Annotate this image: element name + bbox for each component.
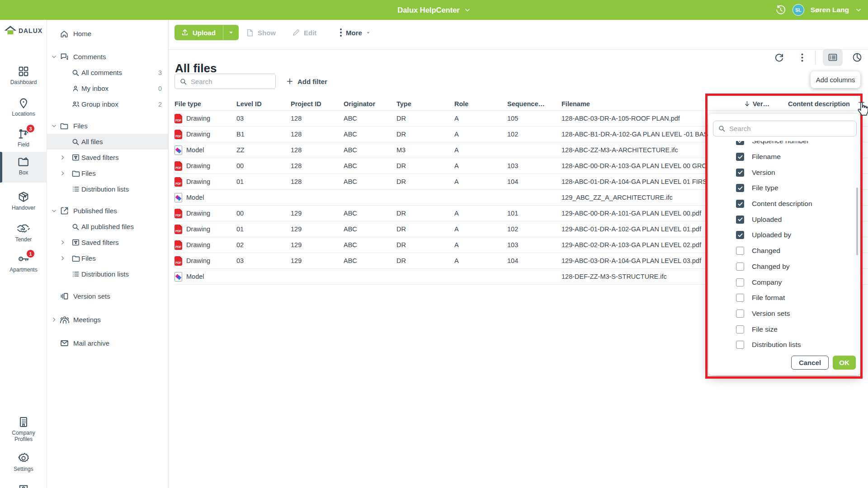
nav-item-all-files[interactable]: All files (47, 134, 168, 150)
nav-item-files[interactable]: Files (47, 165, 168, 181)
nav-item-mail-archive[interactable]: Mail archive (47, 335, 168, 351)
checkbox-checked[interactable] (736, 141, 744, 145)
chart-view-button[interactable] (850, 49, 864, 66)
column-header-originator[interactable]: Originator (344, 100, 396, 108)
checkbox-checked[interactable] (736, 153, 744, 161)
column-option-sequence-number[interactable]: Sequence number (708, 141, 853, 149)
columns-search[interactable] (713, 121, 857, 136)
checkbox-unchecked[interactable] (736, 310, 744, 318)
checkbox-checked[interactable] (736, 200, 744, 208)
refresh-button[interactable] (769, 49, 789, 66)
checkbox-checked[interactable] (736, 169, 744, 177)
list-view-button[interactable] (823, 49, 843, 66)
nav-item-my-inbox[interactable]: My inbox0 (47, 80, 168, 96)
column-option-filename[interactable]: Filename (708, 149, 853, 165)
column-header-role[interactable]: Role (454, 100, 507, 108)
column-option-company[interactable]: Company (708, 274, 853, 290)
nav-item-distribution-lists[interactable]: Distribution lists (47, 266, 168, 282)
rail-item-dashboard[interactable]: Dashboard (0, 65, 47, 85)
checkbox-unchecked[interactable] (736, 325, 744, 333)
column-header-file-type[interactable]: File type (175, 100, 236, 108)
upload-button[interactable]: Upload (175, 25, 239, 40)
edit-button[interactable]: Edit (292, 25, 316, 40)
checkbox-checked[interactable] (736, 184, 744, 192)
chevron-right-icon[interactable] (60, 255, 66, 261)
chevron-right-icon[interactable] (51, 317, 57, 323)
column-header-project-id[interactable]: Project ID (291, 100, 344, 108)
rail-item-tender[interactable]: Tender (0, 222, 47, 243)
column-option-file-format[interactable]: File format (708, 290, 853, 306)
column-option-version[interactable]: Version (708, 164, 853, 180)
rail-item-label: Dashboard (0, 79, 47, 85)
table-options-kebab-icon[interactable] (796, 49, 808, 66)
chevron-down-icon[interactable] (51, 54, 57, 60)
column-option-version-sets[interactable]: Version sets (708, 306, 853, 322)
checkbox-unchecked[interactable] (736, 263, 744, 271)
column-option-changed-by[interactable]: Changed by (708, 259, 853, 275)
rail-item-settings[interactable]: Settings (0, 452, 47, 472)
avatar[interactable]: SL (793, 4, 804, 16)
chevron-right-icon[interactable] (60, 239, 66, 245)
column-header-filename[interactable]: Filename (561, 100, 744, 108)
upload-dropdown-button[interactable] (223, 25, 239, 40)
column-header-sequence-[interactable]: Sequence… (507, 100, 561, 108)
user-menu-chevron-icon[interactable] (855, 7, 862, 13)
ok-button[interactable]: OK (833, 356, 856, 370)
history-icon[interactable] (775, 5, 786, 15)
add-columns-button[interactable] (858, 99, 865, 106)
search-input[interactable] (191, 78, 271, 85)
column-option-uploaded-by[interactable]: Uploaded by (708, 227, 853, 243)
nav-item-group-inbox[interactable]: Group inbox2 (47, 96, 168, 112)
nav-item-files[interactable]: Files (47, 250, 168, 266)
nav-item-all-published-files[interactable]: All published files (47, 219, 168, 235)
nav-item-version-sets[interactable]: Version sets (47, 288, 168, 304)
nav-item-comments[interactable]: Comments (47, 49, 168, 65)
nav-item-published-files[interactable]: Published files (47, 203, 168, 219)
chevron-right-icon[interactable] (60, 155, 66, 160)
checkbox-unchecked[interactable] (736, 278, 744, 286)
checkbox-checked[interactable] (736, 231, 744, 239)
column-option-content-description[interactable]: Content description (708, 196, 853, 212)
column-option-distribution-lists[interactable]: Distribution lists (708, 337, 853, 350)
column-option-file-size[interactable]: File size (708, 321, 853, 337)
checkbox-unchecked[interactable] (736, 294, 744, 302)
nav-item-files[interactable]: Files (47, 118, 168, 134)
show-button[interactable]: Show (245, 25, 276, 40)
column-option-changed[interactable]: Changed (708, 243, 853, 259)
nav-item-saved-filters[interactable]: Saved filters (47, 235, 168, 250)
add-filter-button[interactable]: Add filter (286, 74, 327, 89)
column-header-level-id[interactable]: Level ID (236, 100, 291, 108)
checkbox-checked[interactable] (736, 216, 744, 224)
rail-item-company-profiles[interactable]: CompanyProfiles (0, 416, 47, 442)
chevron-right-icon[interactable] (60, 170, 66, 176)
chevron-down-icon[interactable] (51, 123, 57, 129)
rail-item-apartments[interactable]: 1Apartments (0, 253, 47, 273)
rail-item-box[interactable]: Box (0, 155, 47, 176)
more-button[interactable]: More (340, 25, 371, 40)
table-search[interactable] (175, 74, 276, 89)
rail-item-help[interactable]: Help (0, 483, 47, 488)
column-header-ver-[interactable]: Ver… (744, 100, 788, 108)
column-header-type[interactable]: Type (396, 100, 454, 108)
panel-scrollbar[interactable] (856, 188, 858, 255)
rail-item-locations[interactable]: Locations (0, 97, 47, 117)
rail-item-field[interactable]: 3Field (0, 127, 47, 148)
chevron-down-icon[interactable] (51, 208, 57, 214)
nav-item-distribution-lists[interactable]: Distribution lists (47, 181, 168, 197)
file-type-cell: PDFDrawing (175, 130, 236, 139)
rail-item-handover[interactable]: Handover (0, 191, 47, 211)
checkbox-unchecked[interactable] (736, 341, 744, 349)
columns-search-input[interactable] (729, 125, 852, 132)
column-option-file-type[interactable]: File type (708, 180, 853, 196)
checkbox-unchecked[interactable] (736, 247, 744, 255)
column-option-uploaded[interactable]: Uploaded (708, 211, 853, 227)
project-switcher[interactable]: Dalux HelpCenter (0, 0, 868, 20)
nav-item-all-comments[interactable]: All comments3 (47, 65, 168, 80)
column-header-content-description[interactable]: Content description (788, 100, 856, 108)
nav-item-saved-filters[interactable]: Saved filters (47, 150, 168, 165)
dalux-logo[interactable]: DALUX (0, 25, 47, 36)
nav-item-home[interactable]: Home (47, 26, 168, 42)
nav-item-meetings[interactable]: Meetings (47, 312, 168, 328)
cancel-button[interactable]: Cancel (791, 356, 829, 370)
column-option-label: Sequence number (752, 141, 809, 145)
